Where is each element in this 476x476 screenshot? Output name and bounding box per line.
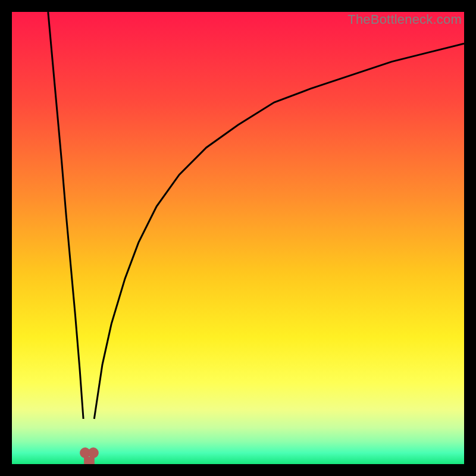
minimum-marker-base [84, 457, 95, 464]
watermark-text: TheBottleneck.com [347, 12, 462, 27]
bottleneck-curve-chart [12, 12, 464, 464]
gradient-background [12, 12, 464, 464]
minimum-marker-1 [88, 447, 99, 458]
chart-frame: TheBottleneck.com [0, 0, 476, 476]
plot-area: TheBottleneck.com [12, 12, 464, 464]
